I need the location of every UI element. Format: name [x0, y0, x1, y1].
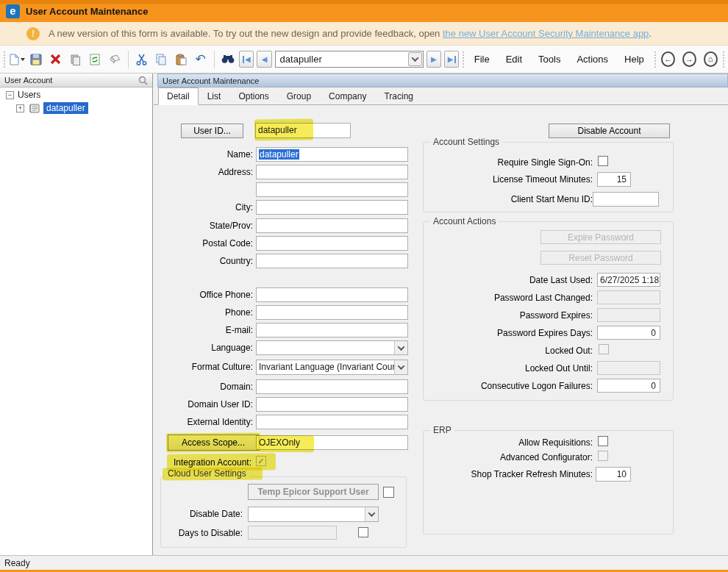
status-text: Ready — [4, 558, 30, 568]
domain-field[interactable] — [256, 379, 408, 394]
first-bar — [243, 56, 244, 63]
save-button[interactable] — [28, 50, 45, 69]
menu-file[interactable]: File — [468, 51, 496, 68]
tree-node-users[interactable]: − Users — [0, 87, 152, 100]
previous-record-button[interactable]: ◀ — [257, 51, 271, 68]
country-field[interactable] — [256, 254, 408, 268]
name-field[interactable]: datapuller — [256, 147, 408, 162]
temp-epicor-support-user-checkbox[interactable] — [383, 487, 394, 498]
language-combobox[interactable] — [256, 340, 408, 355]
city-label: City: — [147, 202, 253, 212]
cloud-user-settings-group-label: Cloud User Settings — [165, 468, 249, 479]
tab-company[interactable]: Company — [320, 87, 375, 105]
content-caption: User Account Maintenance — [157, 74, 728, 87]
allow-requisitions-checkbox[interactable] — [598, 436, 608, 446]
toolbar-grip[interactable] — [462, 51, 464, 68]
reset-password-button[interactable]: Reset Password — [540, 251, 661, 265]
date-last-used-field[interactable]: 6/27/2025 1:18 — [597, 273, 660, 287]
tree-node-datapuller[interactable]: + datapuller — [0, 100, 152, 114]
clear-button[interactable] — [106, 50, 123, 69]
temp-epicor-support-user-button[interactable]: Temp Epicor Support User — [248, 484, 379, 500]
require-sso-checkbox[interactable] — [598, 156, 608, 166]
forward-button[interactable]: → — [682, 51, 696, 67]
postal-code-field[interactable] — [256, 236, 408, 251]
menu-tools[interactable]: Tools — [532, 51, 567, 68]
user-id-button[interactable]: User ID... — [181, 124, 243, 138]
record-combobox[interactable]: datapuller — [275, 51, 424, 68]
city-field[interactable] — [256, 200, 408, 215]
language-dropdown-button[interactable] — [394, 341, 407, 354]
menu-help[interactable]: Help — [618, 51, 651, 68]
cut-button[interactable] — [134, 50, 151, 69]
format-culture-value: Invariant Language (Invariant Country — [259, 362, 407, 372]
record-combobox-dropdown-button[interactable] — [408, 52, 422, 66]
next-record-button[interactable]: ▶ — [427, 51, 441, 68]
home-button[interactable]: ⌂ — [704, 51, 718, 67]
menu-bar: File Edit Tools Actions Help — [468, 51, 651, 68]
account-actions-group-label: Account Actions — [430, 216, 499, 226]
search-button[interactable] — [220, 50, 237, 69]
disable-account-button[interactable]: Disable Account — [549, 124, 670, 138]
integration-account-label: Integration Account: — [147, 457, 251, 468]
tree-node-datapuller-label: datapuller — [43, 102, 88, 114]
state-field[interactable] — [256, 218, 408, 233]
integration-account-checkbox[interactable]: ✓ — [256, 456, 266, 466]
office-phone-field[interactable] — [256, 287, 408, 302]
name-label: Name: — [147, 149, 253, 160]
toolbar-grip[interactable] — [723, 51, 725, 68]
format-culture-dropdown-button[interactable] — [394, 360, 407, 374]
tab-group[interactable]: Group — [278, 87, 320, 105]
tab-detail[interactable]: Detail — [158, 87, 199, 105]
paste-button[interactable] — [173, 50, 190, 69]
tree-panel-header: User Account — [0, 74, 152, 87]
account-settings-group-label: Account Settings — [430, 137, 502, 147]
toolbar-grip[interactable] — [654, 51, 656, 68]
domain-user-id-field[interactable] — [256, 397, 408, 412]
require-sso-label: Require Single Sign-On: — [441, 157, 593, 168]
format-culture-label: Format Culture: — [147, 362, 253, 372]
consecutive-logon-failures-field[interactable]: 0 — [597, 379, 660, 393]
phone-field[interactable] — [256, 305, 408, 320]
attachment-button[interactable] — [67, 50, 84, 69]
disable-date-combobox[interactable] — [248, 507, 379, 522]
expand-icon[interactable]: + — [16, 104, 24, 112]
copy-button[interactable] — [153, 50, 170, 69]
back-button[interactable]: ← — [661, 51, 675, 67]
address-field-2[interactable] — [256, 182, 408, 197]
domain-user-id-label: Domain User ID: — [147, 399, 253, 410]
tab-list[interactable]: List — [199, 87, 230, 105]
user-account-tree-panel: User Account − Users + datapuller — [0, 74, 153, 555]
client-start-menu-field[interactable] — [593, 192, 659, 207]
menu-edit[interactable]: Edit — [499, 51, 529, 68]
license-timeout-field[interactable]: 15 — [597, 172, 631, 187]
access-scope-button[interactable]: Access Scope... — [168, 435, 259, 451]
refresh-button[interactable] — [87, 50, 104, 69]
shop-tracker-refresh-field[interactable]: 10 — [596, 467, 631, 482]
search-magnifier-icon[interactable] — [138, 76, 148, 85]
disable-date-dropdown-button[interactable] — [365, 507, 378, 521]
external-identity-field[interactable] — [256, 415, 408, 429]
scissors-icon — [136, 54, 147, 65]
address-field-1[interactable] — [256, 165, 408, 179]
first-record-button[interactable]: ◀ — [239, 51, 254, 68]
new-app-link[interactable]: the new User Account Security Maintenanc… — [443, 28, 649, 39]
last-record-button[interactable]: ▶ — [444, 51, 459, 68]
tab-tracing[interactable]: Tracing — [375, 87, 422, 105]
password-expires-days-field[interactable]: 0 — [597, 326, 660, 340]
email-field[interactable] — [256, 323, 408, 337]
tab-options[interactable]: Options — [229, 87, 277, 105]
toolbar-grip[interactable] — [3, 51, 5, 68]
new-dropdown-caret[interactable] — [21, 58, 25, 61]
days-to-disable-checkbox[interactable] — [358, 527, 368, 537]
chevron-down-icon — [398, 362, 405, 370]
format-culture-combobox[interactable]: Invariant Language (Invariant Country — [256, 360, 408, 375]
new-button[interactable] — [8, 50, 25, 69]
menu-actions[interactable]: Actions — [570, 51, 615, 68]
access-scope-field[interactable]: OJEXOnly — [256, 435, 408, 450]
delete-button[interactable] — [48, 50, 65, 69]
expire-password-button[interactable]: Expire Password — [540, 230, 661, 244]
collapse-icon[interactable]: − — [6, 91, 14, 99]
undo-button[interactable]: ↶ — [192, 50, 209, 69]
user-id-field[interactable]: datapuller — [255, 123, 351, 138]
postal-code-label: Postal Code: — [147, 238, 253, 249]
